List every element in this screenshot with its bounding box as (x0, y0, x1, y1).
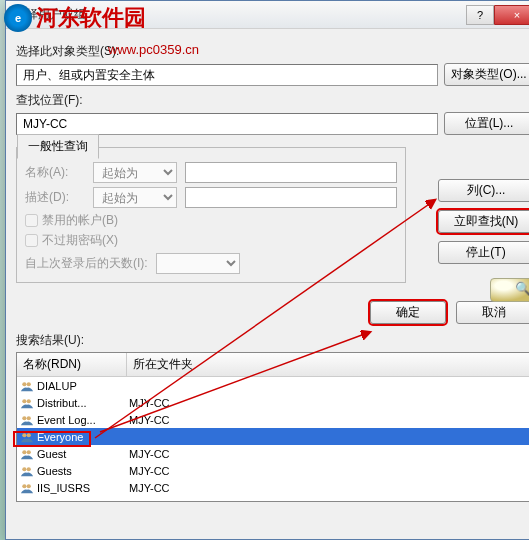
ok-button[interactable]: 确定 (370, 301, 446, 324)
desc-input[interactable] (185, 187, 397, 208)
svg-point-9 (27, 450, 31, 454)
cancel-button[interactable]: 取消 (456, 301, 529, 324)
name-operator-select[interactable]: 起始为 (93, 162, 177, 183)
close-button[interactable]: × (494, 5, 529, 25)
svg-point-13 (27, 484, 31, 488)
svg-point-14 (22, 501, 26, 502)
svg-point-2 (22, 399, 26, 403)
svg-point-7 (27, 433, 31, 437)
svg-point-1 (27, 382, 31, 386)
group-icon (19, 396, 35, 410)
row-folder: MJY-CC (129, 397, 529, 409)
list-item[interactable]: INTERACTIVE (17, 496, 529, 502)
name-input[interactable] (185, 162, 397, 183)
noexpire-label: 不过期密码(X) (42, 232, 118, 249)
dialog-content: 选择此对象类型(S): 用户、组或内置安全主体 对象类型(O)... 查找位置(… (6, 29, 529, 510)
list-item[interactable]: Everyone (17, 428, 529, 445)
list-item[interactable]: Distribut...MJY-CC (17, 394, 529, 411)
titlebar: 选择用户或组 ? × (6, 1, 529, 29)
location-value: MJY-CC (23, 117, 67, 131)
object-types-button[interactable]: 对象类型(O)... (444, 63, 529, 86)
svg-point-15 (27, 501, 31, 502)
results-listview[interactable]: 名称(RDN) 所在文件夹 DIALUPDistribut...MJY-CCEv… (16, 352, 529, 502)
object-type-label: 选择此对象类型(S): (16, 43, 529, 60)
row-folder: MJY-CC (129, 465, 529, 477)
window-title: 选择用户或组 (14, 6, 466, 23)
results-label: 搜索结果(U): (16, 332, 529, 349)
svg-point-12 (22, 484, 26, 488)
name-label: 名称(A): (25, 164, 85, 181)
disabled-accounts-checkbox[interactable]: 禁用的帐户(B) (25, 212, 397, 229)
group-icon (19, 379, 35, 393)
list-item[interactable]: Event Log...MJY-CC (17, 411, 529, 428)
col-folder-header[interactable]: 所在文件夹 (127, 353, 529, 376)
row-folder: MJY-CC (129, 482, 529, 494)
right-button-column: 列(C)... 立即查找(N) 停止(T) (438, 179, 529, 302)
stop-button[interactable]: 停止(T) (438, 241, 529, 264)
group-icon (19, 464, 35, 478)
list-item[interactable]: DIALUP (17, 377, 529, 394)
listview-header[interactable]: 名称(RDN) 所在文件夹 (17, 353, 529, 377)
listview-body: DIALUPDistribut...MJY-CCEvent Log...MJY-… (17, 377, 529, 502)
row-name: Distribut... (37, 397, 129, 409)
list-item[interactable]: GuestsMJY-CC (17, 462, 529, 479)
columns-button[interactable]: 列(C)... (438, 179, 529, 202)
disabled-accounts-cb[interactable] (25, 214, 38, 227)
svg-point-5 (27, 416, 31, 420)
locations-button[interactable]: 位置(L)... (444, 112, 529, 135)
svg-point-4 (22, 416, 26, 420)
row-name: DIALUP (37, 380, 129, 392)
row-name: INTERACTIVE (37, 499, 129, 503)
find-now-button[interactable]: 立即查找(N) (438, 210, 529, 233)
row-name: Guests (37, 465, 129, 477)
svg-point-3 (27, 399, 31, 403)
magnify-icon (490, 278, 529, 302)
disabled-accounts-label: 禁用的帐户(B) (42, 212, 118, 229)
group-icon (19, 447, 35, 461)
object-type-field: 用户、组或内置安全主体 (16, 64, 438, 86)
svg-point-10 (22, 467, 26, 471)
row-name: Guest (37, 448, 129, 460)
dialog-window: 选择用户或组 ? × 选择此对象类型(S): 用户、组或内置安全主体 对象类型(… (5, 0, 529, 540)
svg-point-0 (22, 382, 26, 386)
location-field: MJY-CC (16, 113, 438, 135)
list-item[interactable]: IIS_IUSRSMJY-CC (17, 479, 529, 496)
group-icon (19, 430, 35, 444)
row-name: Everyone (37, 431, 129, 443)
desc-operator-select[interactable]: 起始为 (93, 187, 177, 208)
location-label: 查找位置(F): (16, 92, 529, 109)
svg-point-11 (27, 467, 31, 471)
svg-point-8 (22, 450, 26, 454)
svg-point-6 (22, 433, 26, 437)
group-icon (19, 413, 35, 427)
row-folder: MJY-CC (129, 448, 529, 460)
group-icon (19, 481, 35, 495)
row-folder: MJY-CC (129, 414, 529, 426)
help-button[interactable]: ? (466, 5, 494, 25)
group-icon (19, 498, 35, 503)
row-name: IIS_IUSRS (37, 482, 129, 494)
object-type-value: 用户、组或内置安全主体 (23, 67, 155, 84)
list-item[interactable]: GuestMJY-CC (17, 445, 529, 462)
noexpire-cb[interactable] (25, 234, 38, 247)
row-name: Event Log... (37, 414, 129, 426)
days-select[interactable] (156, 253, 240, 274)
common-query-fieldset: 一般性查询 名称(A): 起始为 描述(D): 起始为 禁用的帐户(B) 不过期… (16, 147, 406, 283)
common-query-tab[interactable]: 一般性查询 (17, 134, 99, 159)
col-name-header[interactable]: 名称(RDN) (17, 353, 127, 376)
days-label: 自上次登录后的天数(I): (25, 255, 148, 272)
noexpire-checkbox[interactable]: 不过期密码(X) (25, 232, 397, 249)
desc-label: 描述(D): (25, 189, 85, 206)
